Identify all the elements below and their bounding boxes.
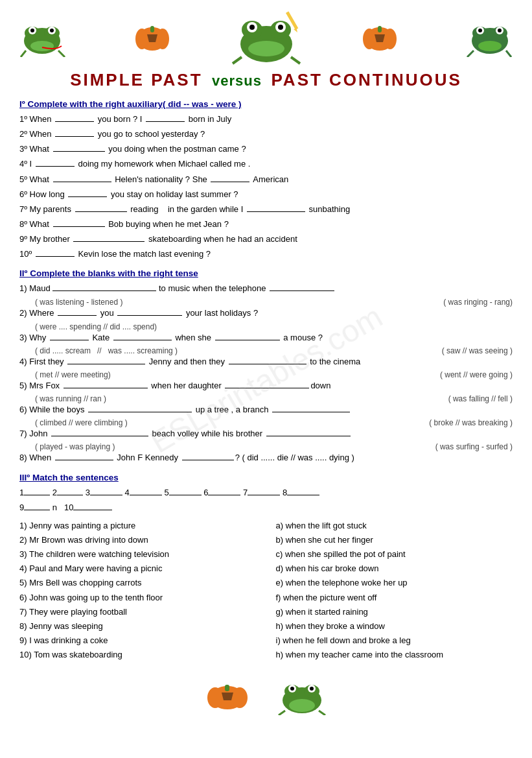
- match-left-8: 8) Jenny was sleeping: [19, 620, 257, 633]
- s2-item8-q: 8) When John F Kennedy ? ( did ...... di…: [19, 451, 513, 464]
- match-left-2: 2) Mr Brown was driving into down: [19, 534, 257, 547]
- match-right-col: a) when the lift got stuck b) when she c…: [276, 519, 513, 663]
- svg-line-23: [233, 57, 242, 64]
- header-images: [19, 6, 513, 65]
- s2-item7-a: ( played - was playing ) ( was surfing -…: [30, 442, 513, 451]
- svg-point-54: [289, 699, 315, 712]
- svg-point-20: [249, 25, 255, 30]
- pumpkin-icon-1: [133, 16, 172, 55]
- s2-item2-a: ( were .... spending // did .... spend): [30, 322, 513, 331]
- match-left-7: 7) They were playing football: [19, 606, 257, 619]
- match-right-i: i) when he fell down and broke a leg: [276, 634, 513, 647]
- svg-point-12: [156, 29, 169, 49]
- ex1-line9: 9º My brother skateboarding when he had …: [19, 233, 513, 246]
- s2-item1-q: 1) Maud to music when the telephone: [19, 282, 513, 295]
- match-right-g: g) when it started raining: [276, 606, 513, 619]
- match-right-a: a) when the lift got stuck: [276, 519, 513, 532]
- match-number-row2: 9 n 10: [19, 501, 513, 514]
- match-left-5: 5) Mrs Bell was chopping carrots: [19, 576, 257, 589]
- svg-point-37: [478, 29, 482, 32]
- section-1-title: Iº Complete with the right auxiliary( di…: [19, 99, 513, 109]
- svg-line-41: [506, 51, 511, 57]
- svg-point-7: [30, 41, 54, 51]
- match-answers-container: 1) Jenny was painting a picture 2) Mr Br…: [19, 519, 513, 663]
- section-3: IIIº Match the sentences 1 2 3 4 5 6 7 8…: [19, 473, 513, 663]
- s2-item4-q: 4) First they Jenny and then they to the…: [19, 355, 513, 368]
- svg-point-29: [384, 29, 397, 49]
- ex1-line8: 8º What Bob buying when he met Jean ?: [19, 218, 513, 231]
- title-versus: versus: [212, 73, 262, 89]
- match-right-e: e) when the telephone woke her up: [276, 576, 513, 589]
- title-past-continuous: PAST CONTINUOUS: [271, 70, 461, 89]
- svg-point-5: [30, 29, 34, 32]
- ex1-line2: 2º When you go to school yesterday ?: [19, 128, 513, 141]
- footer-frog: [276, 673, 328, 715]
- title-simple-past: SIMPLE PAST: [70, 70, 202, 89]
- s2-item1-a: ( was listening - listened ) ( was ringi…: [30, 298, 513, 307]
- svg-point-52: [290, 687, 294, 691]
- svg-marker-26: [294, 28, 299, 34]
- match-right-f: f) when the picture went off: [276, 591, 513, 604]
- ex1-line5: 5º What Helen's nationality ? She Americ…: [19, 173, 513, 186]
- footer-pumpkin: [205, 673, 250, 712]
- ex1-line1: 1º When you born ? I born in July: [19, 113, 513, 126]
- ex1-line4: 4º I doing my homework when Michael call…: [19, 158, 513, 171]
- section-3-title: IIIº Match the sentences: [19, 473, 513, 482]
- match-right-j: h) when my teacher came into the classro…: [276, 648, 513, 661]
- s2-item7-q: 7) John beach volley while his brother: [19, 427, 513, 440]
- ex1-line3: 3º What you doing when the postman came …: [19, 143, 513, 156]
- svg-line-8: [21, 51, 26, 57]
- svg-point-28: [363, 29, 376, 49]
- match-left-4: 4) Paul and Mary were having a picnic: [19, 562, 257, 575]
- svg-line-56: [319, 711, 325, 715]
- svg-marker-46: [222, 693, 233, 700]
- match-left-10: 10) Tom was skateboarding: [19, 648, 257, 661]
- s2-item3-q: 3) Why Kate when she a mouse ?: [19, 331, 513, 344]
- svg-line-9: [58, 51, 65, 57]
- match-right-h: h) when they broke a window: [276, 620, 513, 633]
- match-right-c: c) when she spilled the pot of paint: [276, 548, 513, 561]
- match-number-row1: 1 2 3 4 5 6 7 8: [19, 486, 513, 499]
- section-2: IIº Complete the blanks with the right t…: [19, 268, 513, 464]
- svg-line-55: [279, 711, 285, 715]
- ex1-line10: 10º Kevin lose the match last evening ?: [19, 248, 513, 261]
- s2-item3-a: ( did ..... scream // was ..... screamin…: [30, 346, 513, 355]
- svg-point-11: [135, 29, 148, 49]
- match-left-6: 6) John was going up to the tenth floor: [19, 591, 257, 604]
- footer-images: [19, 673, 513, 715]
- ex1-line7: 7º My parents reading in the garden whil…: [19, 203, 513, 216]
- svg-line-24: [291, 57, 300, 64]
- section-1: Iº Complete with the right auxiliary( di…: [19, 99, 513, 261]
- match-left-3: 3) The children were watching television: [19, 548, 257, 561]
- title-row: SIMPLE PAST versus PAST CONTINUOUS: [19, 70, 513, 90]
- svg-point-21: [278, 25, 283, 30]
- s2-item4-a: ( met // were meeting) ( went // were go…: [30, 370, 513, 379]
- svg-point-22: [248, 41, 284, 56]
- svg-rect-30: [378, 26, 382, 32]
- svg-point-38: [498, 29, 502, 32]
- match-left-1: 1) Jenny was painting a picture: [19, 519, 257, 532]
- svg-point-44: [232, 687, 248, 708]
- frog-icon-2: [454, 15, 513, 57]
- s2-item6-a: ( climbed // were climbing ) ( broke // …: [30, 418, 513, 427]
- match-left-9: 9) I was drinking a coke: [19, 634, 257, 647]
- svg-rect-45: [225, 685, 229, 691]
- s2-item6-q: 6) While the boys up a tree , a branch: [19, 403, 513, 416]
- svg-point-53: [310, 687, 314, 691]
- match-left-col: 1) Jenny was painting a picture 2) Mr Br…: [19, 519, 257, 663]
- match-right-b: b) when she cut her finger: [276, 534, 513, 547]
- pumpkin-icon-2: [360, 16, 399, 55]
- s2-item5-a: ( was running // ran ) ( was falling // …: [30, 394, 513, 403]
- ex1-line6: 6º How long you stay on holiday last sum…: [19, 188, 513, 201]
- svg-rect-13: [150, 26, 154, 32]
- svg-point-39: [478, 41, 502, 51]
- svg-line-40: [467, 51, 474, 57]
- section-2-title: IIº Complete the blanks with the right t…: [19, 268, 513, 278]
- s2-item2-q: 2) Where you your last holidays ?: [19, 307, 513, 320]
- match-right-d: d) when his car broke down: [276, 562, 513, 575]
- s2-item5-q: 5) Mrs Fox when her daughter down: [19, 379, 513, 392]
- frog-icon-1: [19, 15, 78, 57]
- svg-point-6: [50, 29, 54, 32]
- svg-point-43: [207, 687, 223, 708]
- frog-icon-center: [227, 6, 305, 65]
